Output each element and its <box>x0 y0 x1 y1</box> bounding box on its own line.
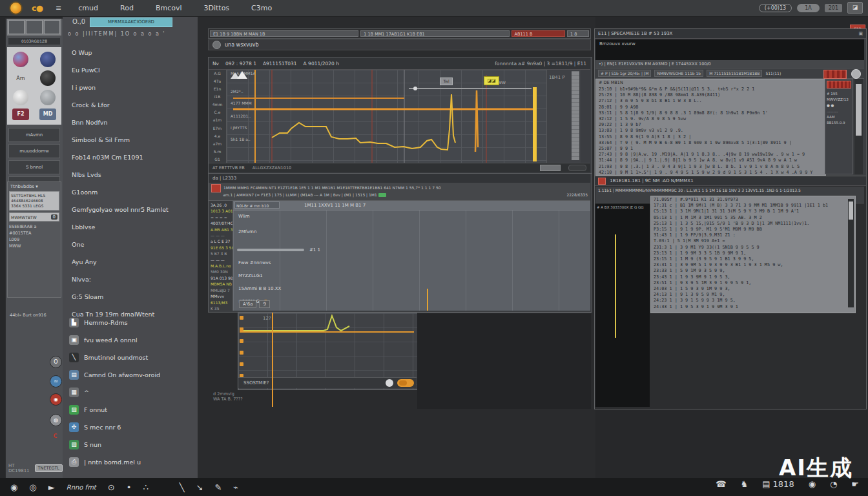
sidebar-item[interactable]: ▣fvu weed A onnnl <box>69 331 194 349</box>
sidebar-item[interactable]: Bnn Nodfvn <box>72 114 194 131</box>
track-row-label[interactable]: MYZZLLG1 <box>238 273 263 278</box>
sidebar-item[interactable]: ⎙| nntn bomd.mel u <box>69 453 194 471</box>
eraser-tool-icon[interactable]: ⌁ <box>233 482 238 492</box>
scrollbar-thumb[interactable] <box>849 202 853 220</box>
menu-item[interactable]: Bmcovl <box>152 3 186 14</box>
toolbar-segment[interactable]: 511(11) <box>765 71 781 76</box>
app-square-icon[interactable]: MD <box>39 108 56 120</box>
timeline-header-box[interactable]: N0i-Br # mn b10 <box>234 202 280 209</box>
automation-playhead-line[interactable] <box>272 313 273 407</box>
filmstrip-red-segment[interactable]: AB111 B <box>512 30 565 37</box>
pen-tool-icon[interactable]: ✎ <box>214 482 222 492</box>
app-orb-icon[interactable] <box>40 70 56 86</box>
automation-panel[interactable]: 12? SSOSTMIE? <box>238 313 418 390</box>
orange-toggle[interactable] <box>397 379 414 387</box>
tool-strip-cell[interactable]: a1m <box>209 118 226 122</box>
console-title-bar[interactable]: 1B1E1B1.1B1 | 9C NM :AO N/MMMX1 <box>595 176 866 186</box>
app-square-icon[interactable]: F2 <box>12 108 29 120</box>
toolbar-segment[interactable]: NMNVWSOHE 111b 1b <box>654 70 703 77</box>
tool-strip-cell[interactable]: G1 <box>209 157 226 161</box>
console-log-view[interactable]: 71.095f | #.9*911 K1 31 31.9Y9?317:31 c … <box>650 196 856 313</box>
tool-strip-cell[interactable]: E1n <box>209 87 226 91</box>
tool-strip-cell[interactable]: C.e <box>209 110 226 114</box>
tool-strip-cell[interactable]: 47a <box>209 79 226 83</box>
rail-bar-item[interactable]: mAvmn <box>8 128 60 142</box>
chart-header-seg[interactable]: A911151T031 <box>263 61 297 67</box>
yellow-toggle-button[interactable]: ◪◪ <box>484 76 499 85</box>
sidebar-item[interactable]: ✣S mec nnr 6 <box>69 418 194 436</box>
cursor-icon[interactable]: ► <box>48 482 55 492</box>
track-label-column[interactable]: 3A.26 .01013 3 A01= = = =4007/07/4CBA.M5… <box>209 201 233 311</box>
playhead-line[interactable] <box>427 289 428 311</box>
red-striped-button[interactable] <box>823 70 847 79</box>
sidebar-item[interactable]: ╲Bmutinnol oundmost <box>69 349 194 366</box>
sidebar-item[interactable]: I i pwon <box>72 79 194 96</box>
app-logo-icon[interactable] <box>9 1 23 15</box>
red-striped-button[interactable] <box>827 81 851 88</box>
gray-knob-icon[interactable] <box>851 69 861 79</box>
tool-strip-cell[interactable]: A.G <box>209 71 226 76</box>
sidebar-item[interactable]: Lbblvse <box>72 218 194 236</box>
tool-strip-cell[interactable]: 4mm <box>209 102 226 107</box>
chart-header-right[interactable]: fonnnnta a# 9n9a0 | 3 =1811/9 | E11 <box>495 61 586 67</box>
yellow-level-bar[interactable] <box>533 87 537 161</box>
target-icon[interactable]: ⊙ <box>108 482 115 492</box>
sidebar-item[interactable]: Fob14 n03M Cm E1091 <box>72 149 194 166</box>
timeline-band[interactable] <box>233 201 590 211</box>
orange-dot-icon[interactable] <box>240 351 243 355</box>
swirl-icon[interactable]: ◎ <box>29 482 36 492</box>
tool-strip-cell[interactable]: 4.e <box>209 134 226 138</box>
active-file-tab[interactable]: MFRMXAAKCIOOE8D <box>90 17 172 27</box>
automation-button[interactable]: 9 <box>259 300 269 308</box>
tool-strip-cell[interactable]: 5.m <box>209 149 226 154</box>
orange-dot-icon[interactable] <box>240 339 243 343</box>
orange-dot-icon[interactable] <box>240 327 243 331</box>
log-view[interactable]: # DE MB1N 23:10 | b1+9#9b*9& &*m & P &&|… <box>595 79 826 176</box>
status-pill[interactable]: (+00)13 <box>759 4 792 12</box>
inspector-note-area[interactable]: Bmzouvx xvurw <box>595 39 864 60</box>
sidebar-item[interactable]: Simbool & Sil Fmm <box>72 131 194 149</box>
orange-dot-icon[interactable] <box>240 362 243 366</box>
sidebar-item[interactable]: One <box>72 236 194 253</box>
chart-plot-area[interactable]: M: A MMM1A 2M2*.. 4177 MMM A1112B1.. i J… <box>227 70 546 163</box>
cloud-orb-icon[interactable]: ≈ <box>50 375 62 388</box>
filmstrip-end-segment[interactable]: 1 8 <box>567 30 589 37</box>
thumbnail[interactable] <box>26 20 42 34</box>
rail-bottom-button[interactable]: TNETEGTL <box>35 464 63 472</box>
sidebar-item[interactable]: Nlbs Lvds <box>72 166 194 183</box>
line-tool-icon[interactable]: ╲ <box>180 482 185 492</box>
scrollbar-thumb[interactable] <box>856 84 862 136</box>
clip-progress-bar[interactable] <box>237 249 304 251</box>
sidebar-item[interactable]: ▤Camnd On afwomv-oroid <box>69 366 194 384</box>
record-icon[interactable] <box>598 178 606 185</box>
chart-scrollbar[interactable] <box>572 71 579 160</box>
window-mode-button[interactable]: ◪ <box>847 2 863 14</box>
app-orb-icon[interactable] <box>40 90 56 105</box>
sidebar-item[interactable]: ▙Hemmo-Rdms <box>69 314 194 331</box>
chart-status-pill[interactable] <box>568 165 586 171</box>
eye-icon[interactable]: ◉ <box>10 482 17 492</box>
thumbnail-strip[interactable] <box>7 19 61 36</box>
sidebar-item[interactable]: Ayu Any <box>72 253 194 271</box>
panel-tab-label[interactable]: una wsxvuvb <box>225 42 259 48</box>
sidebar-item[interactable]: ▨F onnut <box>69 401 194 418</box>
sidebar-item[interactable]: G1oonm <box>72 183 194 201</box>
automation-curve[interactable] <box>272 94 455 150</box>
zoom-chip[interactable]: 201 <box>825 4 842 12</box>
rail-bar-item[interactable]: muuoddomw <box>8 144 60 158</box>
rail-bar-item[interactable]: S bnnol <box>8 160 60 174</box>
tool-strip-cell[interactable]: E7m <box>209 126 226 130</box>
cluster-icon[interactable]: ∴ <box>143 482 148 492</box>
sidebar-item[interactable]: Nlvva: <box>72 271 194 288</box>
account-pill[interactable]: 1A <box>797 4 820 12</box>
settings-orb-icon[interactable]: ◍ <box>50 414 62 426</box>
inspector-toolbar-1[interactable]: •) | EN[1 E1E1VXV3N EM A93MD | E 17445XX… <box>595 60 864 68</box>
automation-curve-2[interactable] <box>241 316 349 331</box>
track-row-label[interactable]: Wlim <box>238 214 250 219</box>
slider-handle[interactable] <box>413 87 417 90</box>
phone-icon[interactable]: ☎ <box>716 479 726 489</box>
sidebar-item[interactable]: G:5 Sloam <box>72 288 194 305</box>
properties-header[interactable]: Ttnbvbdbs ▾ <box>10 184 59 189</box>
app-orb-icon[interactable] <box>40 52 56 67</box>
pause-orb-icon[interactable]: O <box>50 356 62 368</box>
